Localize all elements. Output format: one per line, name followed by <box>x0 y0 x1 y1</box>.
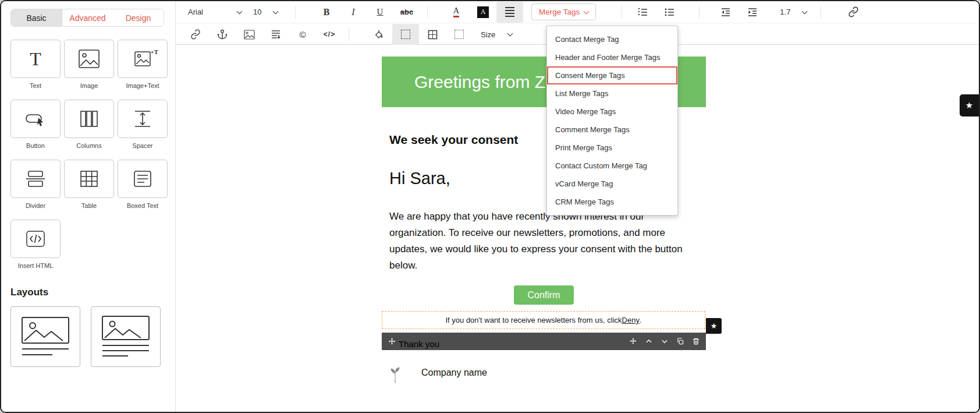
align-justify-button[interactable] <box>496 2 523 23</box>
drag-handle[interactable] <box>388 337 396 346</box>
indent-decrease-icon <box>720 8 731 17</box>
layout-1-icon <box>17 313 73 361</box>
favorites-side-tab[interactable]: ★ <box>960 94 979 117</box>
line-height-select[interactable]: 1.7 <box>774 3 812 21</box>
component-insert-html[interactable]: Insert HTML <box>10 220 61 269</box>
chevron-down-icon <box>273 8 279 14</box>
fill-color-button[interactable] <box>365 24 392 45</box>
size-select[interactable]: Size <box>475 26 518 43</box>
image-icon <box>78 49 100 69</box>
copyright-button[interactable]: © <box>289 24 316 45</box>
insert-link-button[interactable] <box>840 2 867 23</box>
code-view-button[interactable]: </> <box>316 24 343 45</box>
anchor-icon <box>217 29 228 40</box>
tab-design[interactable]: Design <box>113 9 164 26</box>
menu-item-comment-merge-tags[interactable]: Comment Merge Tags <box>547 121 677 139</box>
trash-icon <box>692 337 700 345</box>
duplicate-block-button[interactable] <box>676 337 684 345</box>
move-block-button[interactable] <box>629 337 637 345</box>
email-heading-block[interactable]: We seek your consent <box>389 133 518 147</box>
ordered-list-icon <box>637 8 648 17</box>
merge-tags-button[interactable]: Merge Tags <box>531 3 596 20</box>
dashed-border-icon <box>401 30 410 39</box>
highlight-color-icon: A <box>477 6 489 18</box>
menu-item-video-merge-tags[interactable]: Video Merge Tags <box>547 103 677 121</box>
email-body-block[interactable]: We are happy that you have recently show… <box>389 209 700 274</box>
layout-thumbnail-1[interactable] <box>10 306 80 367</box>
component-table[interactable]: Table <box>64 160 114 209</box>
bullet-list-button[interactable] <box>656 2 683 23</box>
menu-item-contact-custom-merge-tag[interactable]: Contact Custom Merge Tag <box>547 157 677 175</box>
table-border-icon <box>428 30 438 40</box>
link-icon <box>190 29 201 40</box>
font-color-button[interactable]: A <box>443 2 470 23</box>
tab-advanced[interactable]: Advanced <box>62 9 113 26</box>
menu-item-vcard-merge-tag[interactable]: vCard Merge Tag <box>547 175 677 193</box>
component-boxed-text[interactable]: Boxed Text <box>118 160 168 209</box>
component-text[interactable]: T Text <box>10 40 61 89</box>
layout-thumbnail-2[interactable] <box>91 306 161 367</box>
sidebar-tabs: Basic Advanced Design <box>10 9 164 27</box>
delete-block-button[interactable] <box>692 337 700 345</box>
font-family-select[interactable]: Arial <box>182 3 247 21</box>
dashed-border-button[interactable] <box>392 24 419 45</box>
selected-block-toolbar: Thank you <box>382 333 706 350</box>
separator <box>427 6 428 19</box>
text-icon: T <box>30 48 41 70</box>
indent-decrease-button[interactable] <box>712 2 739 23</box>
table-icon <box>79 170 99 188</box>
dotted-border-button[interactable] <box>446 24 473 45</box>
italic-button[interactable]: I <box>340 2 367 23</box>
email-editor-window: Basic Advanced Design T Text Image +T <box>0 0 980 413</box>
move-icon <box>388 337 396 346</box>
indent-increase-button[interactable] <box>739 2 766 23</box>
boxed-text-icon <box>133 170 152 188</box>
email-salutation-block[interactable]: Hi Sara, <box>389 169 450 188</box>
menu-item-crm-merge-tags[interactable]: CRM Merge Tags <box>547 193 677 211</box>
menu-item-header-footer-merge-tags[interactable]: Header and Footer Merge Tags <box>547 48 677 66</box>
block-favorite-star-tab[interactable]: ★ <box>706 318 722 334</box>
component-image-text[interactable]: +T Image+Text <box>118 40 168 89</box>
image-icon <box>244 30 255 40</box>
table-border-button[interactable] <box>419 24 446 45</box>
move-down-button[interactable] <box>661 337 669 345</box>
chevron-down-icon <box>661 337 669 345</box>
image-text-icon <box>134 51 151 67</box>
layout-2-icon <box>98 313 154 361</box>
strikethrough-button[interactable]: abc <box>393 2 420 23</box>
link-button[interactable] <box>182 24 209 45</box>
divider-icon <box>25 169 46 189</box>
separator <box>699 6 700 19</box>
email-footer-block[interactable]: Company name <box>382 364 706 385</box>
separator <box>622 6 622 19</box>
insert-rows-button[interactable] <box>262 24 289 45</box>
component-divider[interactable]: Divider <box>10 160 61 209</box>
star-icon: ★ <box>711 322 718 330</box>
menu-item-consent-merge-tags[interactable]: Consent Merge Tags <box>547 66 677 84</box>
confirm-button[interactable]: Confirm <box>514 285 574 305</box>
insert-image-button[interactable] <box>236 24 262 45</box>
star-icon: ★ <box>965 100 973 111</box>
tab-basic[interactable]: Basic <box>11 9 62 26</box>
underline-button[interactable]: U <box>367 2 393 23</box>
deny-consent-block[interactable]: If you don't want to receive newsletters… <box>382 311 705 329</box>
bold-button[interactable]: B <box>313 2 340 23</box>
component-button[interactable]: Button <box>10 100 61 149</box>
font-size-select[interactable]: 10 <box>247 3 283 21</box>
move-up-button[interactable] <box>645 337 653 345</box>
layouts-heading: Layouts <box>10 287 166 298</box>
menu-item-print-merge-tags[interactable]: Print Merge Tags <box>547 139 677 157</box>
component-columns[interactable]: Columns <box>64 100 114 149</box>
deny-link[interactable]: Deny <box>622 316 640 324</box>
anchor-button[interactable] <box>209 24 236 45</box>
highlight-color-button[interactable]: A <box>470 2 496 23</box>
chevron-up-icon <box>645 337 653 345</box>
menu-item-list-merge-tags[interactable]: List Merge Tags <box>547 84 677 103</box>
component-spacer[interactable]: Spacer <box>118 100 168 149</box>
chevron-down-icon <box>802 8 808 14</box>
columns-icon <box>79 110 99 128</box>
component-image[interactable]: Image <box>64 40 114 89</box>
menu-item-contact-merge-tag[interactable]: Contact Merge Tag <box>547 30 677 48</box>
ordered-list-button[interactable] <box>629 2 656 23</box>
separator <box>295 6 296 19</box>
